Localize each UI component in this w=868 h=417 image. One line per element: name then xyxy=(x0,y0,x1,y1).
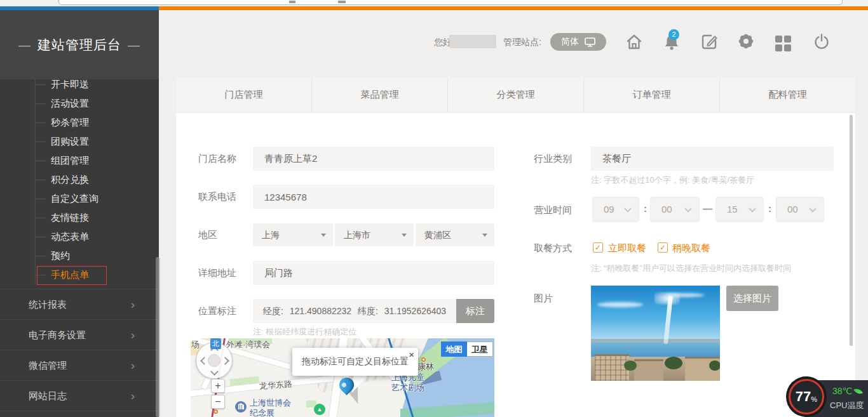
sidebar-item-seckill[interactable]: 秒杀管理 xyxy=(0,113,159,132)
store-photo-thumbnail xyxy=(591,286,720,381)
cpu-temp-label: CPU温度 xyxy=(830,400,864,411)
sidebar-item-custom-query[interactable]: 自定义查询 xyxy=(0,189,159,208)
monitor-icon xyxy=(585,37,595,47)
browser-tab-mark xyxy=(338,1,346,3)
sidebar-item-points[interactable]: 积分兑换 xyxy=(0,170,159,189)
brand-dash: — xyxy=(128,38,140,52)
app-screen: 开卡即送 活动设置 秒杀管理 团购设置 组团管理 积分兑换 自定义查询 友情链接… xyxy=(0,0,868,417)
section-divider xyxy=(0,411,159,417)
coordinates-field[interactable]: 经度: 121.490882232 纬度: 31.1952626403 xyxy=(253,299,456,323)
language-site-pill[interactable]: 简体 xyxy=(550,33,606,51)
pickup-now-label[interactable]: 立即取餐 xyxy=(608,242,646,255)
close-icon[interactable]: × xyxy=(409,349,414,360)
map-type-toggle: 地图 卫星 xyxy=(441,341,493,357)
store-name-input[interactable] xyxy=(253,147,494,171)
power-icon[interactable] xyxy=(813,33,831,51)
map-infowindow: 拖动标注可自定义目标位置 × xyxy=(292,348,418,376)
caret-down-icon xyxy=(482,234,487,237)
accent-bar-orange xyxy=(159,6,868,10)
industry-note: 注: 字数不超过10个字，例: 美食/粤菜/茶餐厅 xyxy=(591,175,754,186)
pan-knob[interactable] xyxy=(208,354,220,367)
caret-down-icon xyxy=(402,234,407,237)
pickup-label: 取餐方式 xyxy=(534,242,572,255)
content-scrollbar[interactable] xyxy=(850,115,853,346)
sidebar: 开卡即送 活动设置 秒杀管理 团购设置 组团管理 积分兑换 自定义查询 友情链接… xyxy=(0,10,159,417)
browser-address-bar[interactable] xyxy=(58,0,843,5)
province-select[interactable]: 上海 xyxy=(253,223,333,246)
pan-right-icon[interactable] xyxy=(221,357,229,365)
map-label-road: 龙华东路 xyxy=(259,378,292,392)
mark-location-button[interactable]: 标注 xyxy=(456,299,494,323)
site-label: 管理站点: xyxy=(503,37,541,48)
tab-store-management[interactable]: 门店管理 xyxy=(176,77,312,112)
map-view-button[interactable]: 地图 xyxy=(441,341,467,357)
start-minute-select[interactable]: 00 xyxy=(650,197,700,222)
sidebar-brand: — 建站管理后台 — xyxy=(0,10,159,79)
zoom-in-button[interactable]: + xyxy=(211,379,225,393)
chevron-right-icon: › xyxy=(131,350,135,381)
phone-input[interactable] xyxy=(253,185,494,209)
sidebar-menu: 开卡即送 活动设置 秒杀管理 团购设置 组团管理 积分兑换 自定义查询 友情链接… xyxy=(0,75,159,284)
map-poi-dot xyxy=(421,357,426,362)
pickup-note: 注: “稍晚取餐”用户可以选择在营业时间内选择取餐时间 xyxy=(591,263,791,274)
tab-dish-management[interactable]: 菜品管理 xyxy=(312,77,448,112)
time-colon: : xyxy=(768,203,771,214)
sidebar-section-wechat[interactable]: 微信管理 › xyxy=(0,350,159,380)
location-map[interactable]: 场 外滩·湾璞会 龙华东路 健康林 上海儿童 艺术剧场 上海世博会 纪念展 ♪ … xyxy=(191,338,494,417)
pickup-later-label[interactable]: 稍晚取餐 xyxy=(672,242,710,255)
location-label: 位置标注 xyxy=(198,305,236,317)
sidebar-item-dynamic-form[interactable]: 动态表单 xyxy=(0,227,159,246)
sidebar-item-booking[interactable]: 预约 xyxy=(0,246,159,265)
sidebar-section-reports[interactable]: 统计报表 › xyxy=(0,289,159,319)
sidebar-item-groupbuy[interactable]: 团购设置 xyxy=(0,132,159,151)
zoom-out-button[interactable]: − xyxy=(211,395,225,409)
city-select[interactable]: 上海市 xyxy=(335,223,414,246)
industry-input[interactable] xyxy=(591,147,834,171)
sidebar-sections: 统计报表 › 电子商务设置 › 微信管理 › 网站日志 › xyxy=(0,289,159,417)
image-label: 图片 xyxy=(534,293,553,305)
cpu-usage-gauge: 77 % xyxy=(789,379,824,414)
sidebar-item-team[interactable]: 组团管理 xyxy=(0,151,159,170)
address-input[interactable] xyxy=(253,261,494,285)
map-label-partial: 场 xyxy=(191,339,200,350)
pan-down-icon[interactable] xyxy=(210,367,219,376)
apps-grid-icon[interactable] xyxy=(775,34,793,52)
pickup-later-checkbox[interactable]: ✓ xyxy=(658,242,668,253)
brand-title: 建站管理后台 xyxy=(37,36,121,54)
username-redacted xyxy=(449,35,496,48)
edit-icon[interactable] xyxy=(700,33,718,51)
district-select[interactable]: 黄浦区 xyxy=(416,223,494,246)
tab-ingredient-management[interactable]: 配料管理 xyxy=(720,77,855,112)
map-label-expo: 上海世博会 纪念展 xyxy=(250,398,291,417)
store-name-label: 门店名称 xyxy=(198,153,236,165)
sidebar-section-ecommerce[interactable]: 电子商务设置 › xyxy=(0,319,159,350)
choose-image-button[interactable]: 选择图片 xyxy=(726,286,778,311)
leaf-icon xyxy=(853,387,863,396)
address-label: 详细地址 xyxy=(198,267,236,279)
pickup-now-checkbox[interactable]: ✓ xyxy=(593,242,603,253)
tab-category-management[interactable]: 分类管理 xyxy=(448,77,584,112)
museum-icon xyxy=(235,401,247,413)
tab-order-management[interactable]: 订单管理 xyxy=(584,77,720,112)
home-icon[interactable] xyxy=(625,33,643,51)
start-hour-select[interactable]: 09 xyxy=(592,197,639,222)
phone-label: 联系电话 xyxy=(198,191,236,203)
sidebar-item-mobile-order[interactable]: 手机点单 xyxy=(0,265,159,284)
end-minute-select[interactable]: 00 xyxy=(776,197,824,222)
sidebar-item-links[interactable]: 友情链接 xyxy=(0,208,159,227)
chevron-right-icon: › xyxy=(131,381,135,411)
gear-icon[interactable] xyxy=(738,33,756,51)
hours-label: 营业时间 xyxy=(534,204,572,216)
region-label: 地区 xyxy=(198,229,217,241)
end-hour-select[interactable]: 15 xyxy=(715,197,764,222)
lat-value: 31.1952626403 xyxy=(384,306,446,316)
browser-chrome-strip xyxy=(0,0,868,6)
satellite-view-button[interactable]: 卫星 xyxy=(467,341,493,357)
cpu-monitor-widget[interactable]: 77 % 38℃ CPU温度 xyxy=(790,380,868,417)
sidebar-scrollbar[interactable] xyxy=(156,257,160,417)
pan-left-icon[interactable] xyxy=(200,357,208,365)
sidebar-item-activity[interactable]: 活动设置 xyxy=(0,94,159,113)
sidebar-section-logs[interactable]: 网站日志 › xyxy=(0,380,159,411)
lat-label: 纬度: xyxy=(358,306,378,316)
time-range-dash: — xyxy=(703,203,712,214)
